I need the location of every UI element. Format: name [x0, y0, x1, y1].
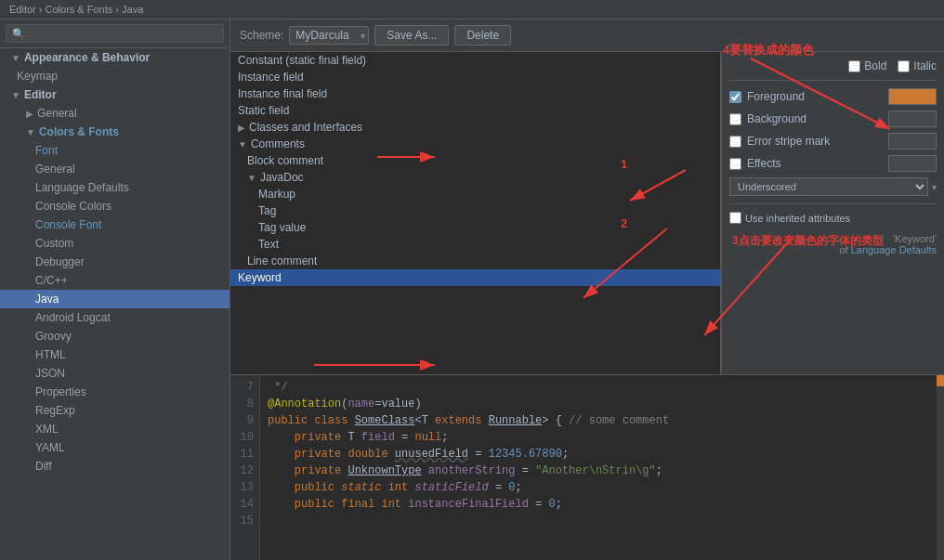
sidebar-item-json[interactable]: JSON [0, 364, 229, 383]
language-defaults-link[interactable]: Language Defaults [851, 244, 937, 255]
tree-item-constant[interactable]: Constant (static final field) [230, 52, 720, 69]
delete-button[interactable]: Delete [454, 25, 511, 46]
arrow-icon-editor: ▼ [11, 90, 20, 100]
sidebar-item-console-colors[interactable]: Console Colors [0, 197, 229, 215]
tree-item-instance-field[interactable]: Instance field [230, 69, 720, 85]
sidebar-label-yaml: YAML [35, 441, 65, 454]
sidebar-item-debugger[interactable]: Debugger [0, 253, 229, 271]
tree-item-instance-final[interactable]: Instance final field [230, 85, 720, 102]
tree-label-tag-value: Tag value [258, 221, 306, 234]
sidebar-item-font[interactable]: Font [0, 141, 229, 160]
line-num-14: 14 [236, 496, 254, 513]
tree-item-classes[interactable]: ▶ Classes and Interfaces [230, 119, 720, 136]
tree-label-line-comment: Line comment [247, 254, 317, 267]
of-text: of [839, 244, 847, 255]
sidebar-item-appearance-behavior[interactable]: ▼ Appearance & Behavior [0, 48, 229, 67]
underscored-row: Underscored ▾ [729, 177, 937, 196]
right-scrollbar[interactable] [937, 375, 944, 560]
tree-item-tag-value[interactable]: Tag value [230, 219, 720, 236]
arrow-icon-classes: ▶ [238, 123, 245, 133]
sidebar-label-keymap: Keymap [17, 70, 58, 83]
background-checkbox[interactable] [729, 113, 741, 125]
sidebar-item-properties[interactable]: Properties [0, 383, 229, 401]
sidebar-item-custom[interactable]: Custom [0, 234, 229, 253]
tree-label-javadoc: JavaDoc [260, 171, 304, 184]
tree-item-markup[interactable]: Markup [230, 186, 720, 202]
sidebar-item-diff[interactable]: Diff [0, 457, 229, 475]
sidebar-item-groovy[interactable]: Groovy [0, 327, 229, 345]
underscored-select[interactable]: Underscored [729, 177, 928, 196]
scheme-select[interactable]: MyDarcula [289, 26, 369, 45]
line-num-10: 10 [236, 429, 254, 446]
sidebar-item-android-logcat[interactable]: Android Logcat [0, 308, 229, 327]
tree-item-keyword[interactable]: Keyword [230, 269, 720, 286]
code-line-9: public class SomeClass<T extends Runnabl… [268, 412, 929, 429]
italic-checkbox[interactable] [898, 60, 910, 72]
background-color-swatch[interactable] [888, 111, 937, 127]
use-inherited-label: Use inherited attributes [745, 213, 850, 224]
arrow-icon-cf: ▼ [26, 127, 35, 137]
italic-text: Italic [913, 59, 937, 72]
sidebar-item-keymap[interactable]: Keymap [0, 67, 229, 85]
tree-item-line-comment[interactable]: Line comment [230, 253, 720, 269]
line-num-9: 9 [236, 412, 254, 429]
save-as-button[interactable]: Save As... [374, 25, 449, 46]
error-stripe-label: Error stripe mark [747, 135, 830, 148]
tree-item-static-field[interactable]: Static field [230, 102, 720, 119]
sidebar-item-general2[interactable]: General [0, 160, 229, 178]
effects-swatch[interactable] [888, 155, 937, 172]
error-stripe-checkbox[interactable] [729, 136, 741, 148]
tree-label-tag: Tag [258, 204, 276, 217]
tree-label-constant: Constant (static final field) [238, 54, 366, 67]
tree-item-block-comment[interactable]: Block comment [230, 152, 720, 169]
tree-item-javadoc[interactable]: ▼ JavaDoc [230, 169, 720, 186]
code-line-10: private T field = null; [268, 429, 929, 446]
sidebar-item-console-font[interactable]: Console Font [0, 215, 229, 234]
sidebar-item-regexp[interactable]: RegExp [0, 401, 229, 420]
tree-label-static-field: Static field [238, 104, 289, 117]
props-panel: Bold Italic Foreground [721, 52, 944, 374]
tree-item-tag[interactable]: Tag [230, 202, 720, 219]
bold-label: Bold [848, 59, 886, 72]
bold-checkbox[interactable] [848, 60, 860, 72]
line-num-11: 11 [236, 446, 254, 462]
error-stripe-row: Error stripe mark [729, 133, 937, 150]
background-row: Background [729, 111, 937, 127]
sidebar-label-androidlogcat: Android Logcat [35, 311, 111, 324]
code-line-7: */ [268, 379, 929, 396]
error-stripe-swatch[interactable] [888, 133, 937, 150]
code-area: 7 8 9 10 11 12 13 14 15 */ @Annotation(n… [230, 374, 944, 560]
line-num-12: 12 [236, 462, 254, 479]
tree-item-comments[interactable]: ▼ Comments [230, 136, 720, 152]
sidebar-item-cpp[interactable]: C/C++ [0, 271, 229, 290]
sidebar-label-debugger: Debugger [35, 255, 85, 268]
sidebar-item-editor[interactable]: ▼ Editor [0, 85, 229, 104]
effects-row: Effects [729, 155, 937, 172]
foreground-color-swatch[interactable] [888, 88, 937, 105]
sidebar-item-general[interactable]: ▶ General [0, 104, 229, 123]
sidebar-label-regexp: RegExp [35, 404, 75, 417]
sidebar-item-xml[interactable]: XML [0, 420, 229, 438]
effects-checkbox[interactable] [729, 158, 741, 170]
effects-label: Effects [747, 157, 780, 170]
code-line-11: private double unusedField = 12345.67890… [268, 446, 929, 462]
tree-label-instance-field: Instance field [238, 71, 304, 84]
use-inherited-checkbox[interactable] [729, 212, 741, 224]
line-num-8: 8 [236, 396, 254, 412]
tree-label-comments: Comments [251, 137, 305, 150]
tree-label-text: Text [258, 238, 279, 251]
sidebar-label-groovy: Groovy [35, 330, 72, 343]
sidebar-item-colors-fonts[interactable]: ▼ Colors & Fonts [0, 123, 229, 141]
line-num-15: 15 [236, 513, 254, 529]
sidebar-item-html[interactable]: HTML [0, 345, 229, 364]
tree-item-text[interactable]: Text [230, 236, 720, 253]
code-line-12: private UnknownType anotherString = "Ano… [268, 462, 929, 479]
sidebar-item-java[interactable]: Java [0, 290, 229, 308]
tree-label-classes: Classes and Interfaces [249, 121, 362, 134]
foreground-checkbox[interactable] [729, 91, 741, 103]
sidebar-label-general: General [37, 107, 77, 120]
line-num-13: 13 [236, 479, 254, 496]
sidebar-item-lang-defaults[interactable]: Language Defaults [0, 178, 229, 197]
sidebar-item-yaml[interactable]: YAML [0, 438, 229, 457]
sidebar-search-input[interactable] [6, 24, 224, 43]
